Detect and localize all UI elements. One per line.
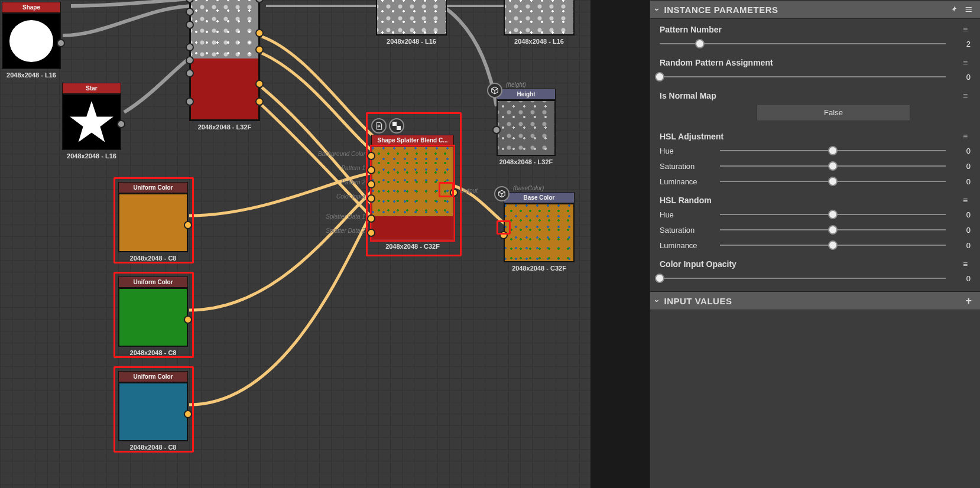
slider-random-pattern[interactable] xyxy=(660,72,946,82)
pin-icon[interactable] xyxy=(948,4,959,15)
slider-pattern-number[interactable] xyxy=(660,39,946,48)
node-header: Height xyxy=(497,89,556,100)
port-label: Background Color xyxy=(318,151,365,157)
node-caption: 2048x2048 - L16 xyxy=(62,150,121,160)
param-value: 0 xyxy=(953,177,971,186)
output-port[interactable] xyxy=(255,80,264,88)
node-shape[interactable]: Shape 2048x2048 - L16 xyxy=(2,2,61,79)
input-port-sd2[interactable] xyxy=(367,229,375,237)
input-port-color[interactable] xyxy=(367,194,375,203)
param-value: 0 xyxy=(953,162,971,171)
slider-hslrnd-sat[interactable] xyxy=(720,225,946,235)
node-graph-canvas[interactable]: Shape 2048x2048 - L16 Star 2048x2048 - L… xyxy=(0,0,590,488)
section-title: INPUT VALUES xyxy=(664,296,732,306)
node-header: Uniform Color xyxy=(118,371,188,382)
param-color-input-opacity: Color Input Opacity ≡ xyxy=(650,253,980,271)
param-label: Pattern Number xyxy=(660,25,722,34)
output-port[interactable] xyxy=(57,39,65,47)
node-preview-splatter xyxy=(505,204,573,261)
color-swatch xyxy=(119,194,187,251)
group-hsl-random: HSL Random ≡ xyxy=(650,190,980,207)
input-port-bg[interactable] xyxy=(367,152,375,160)
param-label: HSL Random xyxy=(660,196,712,205)
node-preview-star xyxy=(63,95,120,149)
input-port[interactable] xyxy=(186,69,194,77)
port-label: Color Input xyxy=(336,193,365,200)
input-port[interactable] xyxy=(499,231,508,239)
param-label: Hue xyxy=(660,210,713,219)
input-port[interactable] xyxy=(186,97,194,106)
node-height[interactable]: (height) Height 2048x2048 - L32F xyxy=(497,89,556,165)
node-uniform-color-3[interactable]: Uniform Color 2048x2048 - C8 xyxy=(118,371,188,451)
output-port[interactable] xyxy=(184,221,192,229)
node-star[interactable]: Star 2048x2048 - L16 xyxy=(62,83,121,160)
badge-label: (baseColor) xyxy=(513,185,544,191)
node-uniform-color-1[interactable]: Uniform Color 2048x2048 - C8 xyxy=(118,182,188,262)
param-label: Saturation xyxy=(660,226,713,235)
port-label: Splatter Data 2 xyxy=(326,227,365,234)
input-port[interactable] xyxy=(186,56,194,64)
node-preview-circle xyxy=(3,14,60,68)
param-menu-icon[interactable]: ≡ xyxy=(960,25,971,34)
cube-icon[interactable] xyxy=(487,83,502,98)
param-value: 0 xyxy=(953,210,971,219)
chevron-down-icon: › xyxy=(653,8,663,11)
param-menu-icon[interactable]: ≡ xyxy=(960,91,971,100)
output-port[interactable] xyxy=(184,315,192,324)
node-preview-red xyxy=(191,58,258,119)
section-instance-parameters[interactable]: › INSTANCE PARAMETERS xyxy=(650,0,980,19)
param-label: Is Normal Map xyxy=(660,91,716,100)
node-noise-b[interactable]: 2048x2048 - L16 xyxy=(504,0,575,45)
section-title: INSTANCE PARAMETERS xyxy=(664,5,778,15)
output-port[interactable] xyxy=(184,410,192,418)
port-label: Pattern 1 xyxy=(341,165,365,171)
node-shape-splatter-blend[interactable]: Shape Splatter Blend C... Background Col… xyxy=(371,130,454,250)
slider-hsladj-lum[interactable] xyxy=(720,177,946,186)
node-caption: 2048x2048 - L32F xyxy=(497,156,556,165)
input-port-p2[interactable] xyxy=(367,180,375,188)
param-value: 0 xyxy=(953,226,971,235)
port-label: Splatter Data 1 xyxy=(326,213,365,220)
output-port[interactable] xyxy=(255,97,264,106)
param-label: Color Input Opacity xyxy=(660,259,736,269)
param-value: 2 xyxy=(953,40,971,48)
param-label: HSL Adjustment xyxy=(660,132,723,141)
menu-icon[interactable] xyxy=(963,4,974,15)
node-base-color[interactable]: (baseColor) Base Color 2048x2048 - C32F xyxy=(504,192,575,272)
input-port[interactable] xyxy=(492,126,501,134)
section-input-values[interactable]: › INPUT VALUES + xyxy=(650,291,980,310)
slider-hslrnd-lum[interactable] xyxy=(720,240,946,250)
slider-color-opacity[interactable] xyxy=(660,274,946,283)
input-port[interactable] xyxy=(186,8,194,16)
param-menu-icon[interactable]: ≡ xyxy=(960,196,971,205)
toggle-is-normal-map[interactable]: False xyxy=(757,104,910,121)
slider-hslrnd-hue[interactable] xyxy=(720,210,946,219)
document-icon xyxy=(371,118,387,134)
slider-hsladj-sat[interactable] xyxy=(720,161,946,171)
input-port-sd1[interactable] xyxy=(367,214,375,223)
input-port-p1[interactable] xyxy=(367,166,375,174)
output-port[interactable] xyxy=(450,188,458,197)
param-label: Saturation xyxy=(660,162,713,171)
node-large-generator[interactable]: 2048x2048 - L32F xyxy=(189,0,260,131)
add-icon[interactable]: + xyxy=(963,295,974,306)
node-caption: 2048x2048 - L16 xyxy=(504,35,575,45)
param-label: Random Pattern Assignment xyxy=(660,58,773,67)
node-preview-noise xyxy=(505,0,573,34)
param-menu-icon[interactable]: ≡ xyxy=(960,132,971,141)
node-noise-a[interactable]: 2048x2048 - L16 xyxy=(376,0,447,45)
param-menu-icon[interactable]: ≡ xyxy=(960,58,971,67)
param-label: Luminance xyxy=(660,177,713,186)
node-uniform-color-2[interactable]: Uniform Color 2048x2048 - C8 xyxy=(118,276,188,356)
properties-panel[interactable]: › INSTANCE PARAMETERS Pattern Number ≡ 2… xyxy=(650,0,980,488)
node-header: Uniform Color xyxy=(118,276,188,288)
output-port[interactable] xyxy=(255,29,264,37)
output-port[interactable] xyxy=(255,45,264,54)
input-port[interactable] xyxy=(186,43,194,51)
param-menu-icon[interactable]: ≡ xyxy=(960,259,971,269)
input-port[interactable] xyxy=(186,21,194,29)
output-port[interactable] xyxy=(117,120,125,128)
cube-icon[interactable] xyxy=(494,186,510,201)
node-caption: 2048x2048 - C8 xyxy=(118,441,188,451)
slider-hsladj-hue[interactable] xyxy=(720,146,946,155)
